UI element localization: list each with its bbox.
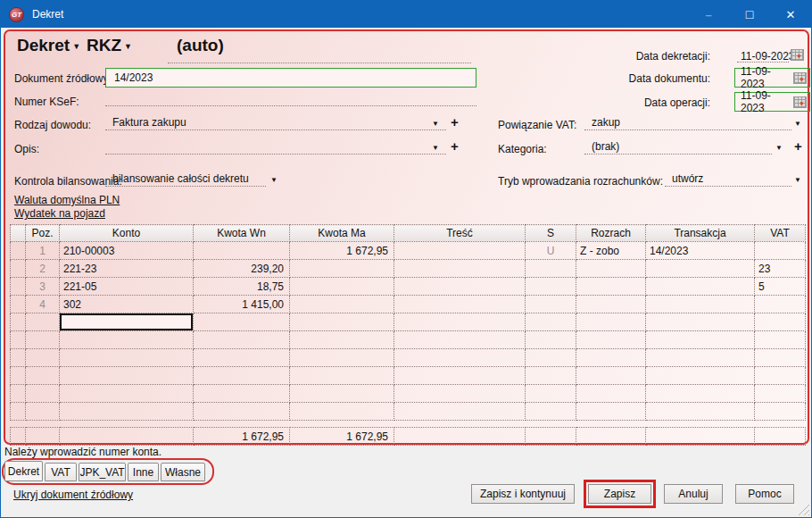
window-title: Dekret xyxy=(32,8,63,21)
cell-s[interactable] xyxy=(526,260,576,278)
tab-dekret[interactable]: Dekret xyxy=(4,461,43,481)
cell-rozrach[interactable] xyxy=(576,278,646,296)
kategoria-value: (brak) xyxy=(592,140,619,153)
cell-poz[interactable]: 3 xyxy=(26,278,60,296)
cell-poz[interactable]: 2 xyxy=(26,260,60,278)
tryb-rozrachunkow-select[interactable]: utwórz xyxy=(665,171,791,187)
cell-transakcja[interactable] xyxy=(646,260,755,278)
cell-transakcja[interactable] xyxy=(646,278,755,296)
kategoria-select[interactable]: (brak) xyxy=(584,139,772,155)
resize-grip[interactable] xyxy=(797,503,809,515)
maximize-icon[interactable]: □ xyxy=(729,1,770,28)
data-operacji-input[interactable]: 11-09-2023 xyxy=(734,92,810,112)
cell-kwota-wn[interactable]: 239,20 xyxy=(194,260,290,278)
dropdown-icon[interactable]: ▼ xyxy=(432,144,439,153)
cell-s[interactable]: U xyxy=(526,242,576,260)
help-button[interactable]: Pomoc xyxy=(735,484,794,504)
grid-row: 2 221-23 239,20 23 xyxy=(11,260,806,278)
cell-vat[interactable] xyxy=(755,296,806,313)
chevron-down-icon: ▼ xyxy=(124,42,132,51)
data-dekretacji-value[interactable]: 11-09-2023 xyxy=(741,50,795,63)
total-kwota-wn: 1 672,95 xyxy=(194,428,290,446)
tryb-rozrachunkow-label: Tryb wprowadzania rozrachunków: xyxy=(498,175,663,188)
cell-s[interactable] xyxy=(526,296,576,313)
cell-kwota-ma[interactable] xyxy=(290,260,394,278)
cell-tresc[interactable] xyxy=(394,260,526,278)
dokument-zrodlowy-value: 14/2023 xyxy=(114,71,153,84)
grid-row-empty xyxy=(11,403,806,421)
cell-poz[interactable]: 4 xyxy=(26,296,60,313)
cell-kwota-ma[interactable] xyxy=(290,278,394,296)
cell-transakcja[interactable]: 14/2023 xyxy=(646,242,755,260)
powiazanie-vat-select[interactable]: zakup xyxy=(584,115,791,130)
kontrola-bilansowania-select[interactable]: bilansowanie całości dekretu xyxy=(105,171,266,187)
data-operacji-value: 11-09-2023 xyxy=(741,89,793,114)
grid-row-empty xyxy=(11,367,806,385)
cell-konto[interactable]: 221-05 xyxy=(60,278,194,296)
minimize-icon[interactable]: – xyxy=(688,1,729,28)
grid-row-empty xyxy=(11,331,806,349)
tab-vat[interactable]: VAT xyxy=(45,463,77,481)
cell-konto[interactable]: 210-00003 xyxy=(60,242,194,260)
cell-kwota-ma[interactable]: 1 672,95 xyxy=(290,242,394,260)
cell-vat[interactable]: 5 xyxy=(755,278,806,296)
cell-kwota-wn[interactable]: 18,75 xyxy=(194,278,290,296)
document-number-field[interactable] xyxy=(168,51,471,63)
cell-kwota-ma[interactable] xyxy=(290,296,394,313)
data-dokumentu-label: Data dokumentu: xyxy=(594,72,710,85)
dokument-zrodlowy-input[interactable]: 14/2023 xyxy=(105,68,476,88)
calendar-icon[interactable] xyxy=(791,49,804,61)
dropdown-icon[interactable]: ▼ xyxy=(432,120,439,129)
grid-header-row: Poz. Konto Kwota Wn Kwota Ma Treść S Roz… xyxy=(11,225,806,242)
ukryj-dokument-link[interactable]: Ukryj dokument źródłowy xyxy=(13,489,133,501)
save-button[interactable]: Zapisz xyxy=(588,484,651,504)
calendar-icon[interactable] xyxy=(793,96,807,108)
cell-vat[interactable] xyxy=(755,242,806,260)
kategoria-label: Kategoria: xyxy=(498,143,547,155)
titlebar: GT Dekret – □ ✕ xyxy=(1,1,811,28)
cancel-button[interactable]: Anuluj xyxy=(664,484,723,504)
numer-ksef-input[interactable] xyxy=(105,92,476,106)
add-icon[interactable]: + xyxy=(451,116,459,128)
rodzaj-dowodu-select[interactable]: Faktura zakupu xyxy=(105,115,446,130)
cell-tresc[interactable] xyxy=(394,278,526,296)
col-konto: Konto xyxy=(60,225,194,242)
cell-rozrach[interactable] xyxy=(576,260,646,278)
tab-jpk-vat[interactable]: JPK_VAT xyxy=(79,463,126,481)
waluta-domyslna-link[interactable]: Waluta domyślna PLN xyxy=(14,194,120,206)
cell-konto[interactable]: 221-23 xyxy=(60,260,194,278)
opis-select[interactable] xyxy=(105,139,446,155)
cell-vat[interactable]: 23 xyxy=(755,260,806,278)
col-vat: VAT xyxy=(755,225,806,242)
data-dokumentu-input[interactable]: 11-09-2023 xyxy=(734,68,810,88)
dekret-grid-body: 1 210-00003 1 672,95 U Z - zobo 14/2023 … xyxy=(11,242,806,421)
dropdown-icon[interactable]: ▼ xyxy=(775,144,783,153)
cell-tresc[interactable] xyxy=(394,296,526,313)
save-and-continue-button[interactable]: Zapisz i kontynuuj xyxy=(471,484,575,504)
wydatek-na-pojazd-link[interactable]: Wydatek na pojazd xyxy=(14,207,105,220)
add-icon[interactable]: + xyxy=(794,140,802,152)
cell-rozrach[interactable]: Z - zobo xyxy=(576,242,646,260)
cell-tresc[interactable] xyxy=(394,242,526,260)
add-icon[interactable]: + xyxy=(451,140,459,152)
close-icon[interactable]: ✕ xyxy=(770,1,811,28)
dekret-window: GT Dekret – □ ✕ Dekret ▼ RKZ ▼ (auto) Do… xyxy=(0,0,812,518)
cell-kwota-wn[interactable] xyxy=(194,242,290,260)
dropdown-icon[interactable]: ▼ xyxy=(794,120,801,129)
rkz-menu[interactable]: RKZ ▼ xyxy=(87,36,132,55)
grid-row-empty xyxy=(11,385,806,403)
calendar-icon[interactable] xyxy=(793,72,807,84)
focused-konto-cell[interactable] xyxy=(60,313,194,331)
dropdown-icon[interactable]: ▼ xyxy=(794,176,801,185)
cell-rozrach[interactable] xyxy=(576,296,646,313)
cell-s[interactable] xyxy=(526,278,576,296)
tab-wlasne[interactable]: Własne xyxy=(161,463,205,481)
totals-table: 1 672,95 1 672,95 xyxy=(10,427,806,446)
cell-kwota-wn[interactable]: 1 415,00 xyxy=(194,296,290,313)
cell-transakcja[interactable] xyxy=(646,296,755,313)
tab-inne[interactable]: Inne xyxy=(128,463,159,481)
dekret-menu[interactable]: Dekret ▼ xyxy=(17,36,80,55)
dropdown-icon[interactable]: ▼ xyxy=(270,176,278,185)
cell-konto[interactable]: 302 xyxy=(60,296,194,313)
cell-poz[interactable]: 1 xyxy=(26,242,60,260)
